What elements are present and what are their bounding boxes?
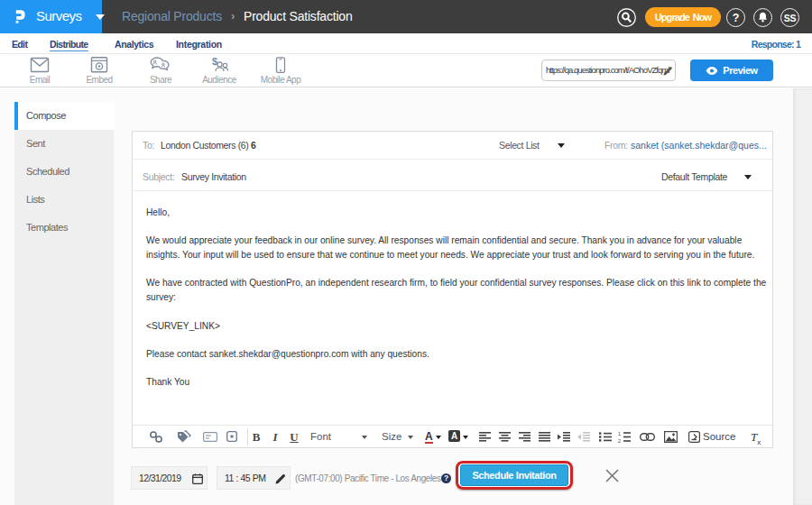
svg-text:2: 2 (618, 438, 621, 443)
svg-text:$: $ (212, 57, 217, 67)
svg-text:1: 1 (618, 431, 621, 436)
